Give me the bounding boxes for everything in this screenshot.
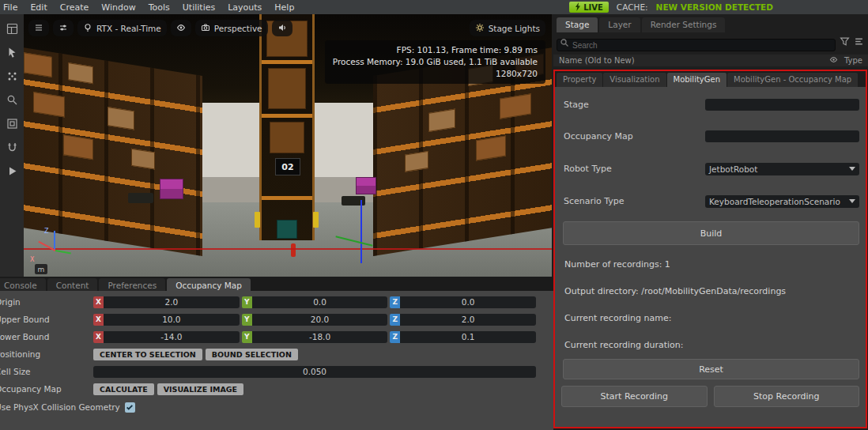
- play-icon[interactable]: [6, 164, 18, 177]
- tab-mobilitygen[interactable]: MobilityGen: [667, 73, 727, 87]
- calculate-button[interactable]: CALCULATE: [93, 383, 154, 395]
- search-input[interactable]: [557, 39, 836, 51]
- menu-file[interactable]: File: [0, 2, 24, 13]
- tab-render-settings[interactable]: Render Settings: [642, 17, 726, 32]
- lower-z-field[interactable]: 0.1: [400, 331, 536, 343]
- hamburger-icon: [34, 23, 43, 34]
- viewport-stats-overlay: FPS: 101.13, Frame time: 9.89 ms Process…: [325, 40, 545, 84]
- tab-preferences[interactable]: Preferences: [99, 278, 165, 291]
- menu-help[interactable]: Help: [268, 2, 300, 13]
- tab-layer[interactable]: Layer: [599, 17, 640, 32]
- build-button[interactable]: Build: [563, 221, 859, 245]
- tab-content[interactable]: Content: [47, 278, 98, 291]
- lower-y-field[interactable]: -18.0: [252, 331, 388, 343]
- y-axis-badge: Y: [242, 314, 252, 326]
- visibility-column-eye-icon[interactable]: [829, 55, 838, 66]
- viewport-settings-button[interactable]: [53, 20, 74, 36]
- crate: [500, 93, 531, 119]
- crate: [108, 107, 134, 130]
- bulb-icon: [83, 23, 92, 34]
- menu-tools[interactable]: Tools: [142, 2, 176, 13]
- select-cursor-icon[interactable]: [6, 46, 18, 58]
- scenario-type-row: Scenario Type KeyboardTeleoperationScena…: [564, 194, 859, 208]
- center-to-selection-button[interactable]: CENTER TO SELECTION: [93, 349, 202, 360]
- viewport-3d[interactable]: 02 Z X m: [24, 14, 552, 277]
- origin-y-field[interactable]: 0.0: [252, 296, 388, 308]
- menu-window[interactable]: Window: [95, 2, 142, 13]
- upper-x-field[interactable]: 10.0: [104, 314, 240, 326]
- name-column-header[interactable]: Name (Old to New): [559, 56, 823, 65]
- move-dots-icon[interactable]: [6, 70, 18, 82]
- current-recording-duration-text: Current recording duration:: [564, 340, 683, 350]
- cell-size-field[interactable]: 0.050: [93, 366, 536, 378]
- crate: [476, 135, 506, 160]
- x-axis-badge: X: [93, 314, 104, 326]
- reset-button[interactable]: Reset: [563, 359, 859, 379]
- stage-field-input[interactable]: [705, 99, 859, 111]
- gizmo-z-axis: [54, 231, 55, 250]
- positioning-label: Positioning: [0, 349, 93, 359]
- rack-beam: [262, 196, 312, 200]
- stage-lights-button[interactable]: Stage Lights: [470, 20, 545, 36]
- bound-selection-button[interactable]: BOUND SELECTION: [206, 349, 298, 360]
- occupancy-map-field-input[interactable]: [705, 130, 859, 142]
- physx-row: Use PhysX Collision Geometry: [0, 401, 536, 413]
- fps-stat: FPS: 101.13, Frame time: 9.89 ms: [333, 44, 538, 56]
- frame-icon[interactable]: [6, 117, 18, 130]
- list-options-icon[interactable]: [854, 35, 864, 50]
- type-column-header[interactable]: Type: [844, 56, 862, 65]
- viewport-menu-button[interactable]: [28, 20, 49, 36]
- stop-recording-button[interactable]: Stop Recording: [714, 386, 860, 407]
- unit-indicator[interactable]: m: [35, 264, 47, 274]
- visibility-button[interactable]: [171, 20, 191, 36]
- camera-dropdown[interactable]: Perspective: [195, 20, 268, 36]
- audio-button[interactable]: [272, 20, 292, 36]
- menu-utilities[interactable]: Utilities: [176, 2, 221, 13]
- gizmo-x-label: X: [30, 256, 34, 263]
- bottom-panel-tabs: Console Content Preferences Occupancy Ma…: [0, 277, 553, 291]
- filter-funnel-icon[interactable]: [840, 35, 850, 50]
- tab-stage[interactable]: Stage: [557, 17, 598, 32]
- visualize-image-button[interactable]: VISUALIZE IMAGE: [157, 383, 243, 395]
- menu-edit[interactable]: Edit: [24, 2, 53, 13]
- right-panel: Stage Layer Render Settings Name (Old to…: [553, 14, 868, 430]
- tab-property[interactable]: Property: [557, 73, 602, 87]
- snap-icon[interactable]: [6, 141, 18, 153]
- lower-x-field[interactable]: -14.0: [104, 331, 240, 343]
- zoom-icon[interactable]: [6, 93, 18, 106]
- robot-type-dropdown[interactable]: JetbotRobot: [705, 163, 859, 175]
- tab-console[interactable]: Console: [0, 278, 46, 291]
- start-recording-button[interactable]: Start Recording: [561, 386, 708, 407]
- renderer-dropdown[interactable]: RTX - Real-Time: [77, 20, 167, 36]
- physx-checkbox[interactable]: [125, 402, 135, 413]
- gizmo-y-axis: [55, 250, 71, 254]
- tab-occupancy-map[interactable]: Occupancy Map: [167, 278, 251, 291]
- crate: [405, 151, 428, 172]
- upper-z-field[interactable]: 2.0: [400, 314, 536, 326]
- layout-icon[interactable]: [6, 22, 18, 35]
- stage-search-row: [557, 36, 864, 49]
- y-axis-badge: Y: [242, 331, 252, 343]
- menu-create[interactable]: Create: [54, 2, 96, 13]
- live-button[interactable]: LIVE: [569, 2, 609, 13]
- origin-row: Origin X 2.0 Y 0.0 Z 0.0: [0, 296, 536, 308]
- occupancy-map-field-label: Occupancy Map: [564, 131, 633, 141]
- menu-layouts[interactable]: Layouts: [221, 2, 268, 13]
- occupancy-map-panel: Origin X 2.0 Y 0.0 Z 0.0 Upper Bound X 1…: [0, 291, 553, 430]
- scenario-type-dropdown[interactable]: KeyboardTeleoperationScenario: [705, 195, 859, 208]
- upper-y-field[interactable]: 20.0: [252, 314, 388, 326]
- yellow-guard-post: [255, 212, 260, 228]
- tab-visualization[interactable]: Visualization: [603, 73, 666, 87]
- current-recording-name-text: Current recording name:: [564, 313, 671, 323]
- origin-z-field[interactable]: 0.0: [400, 296, 536, 308]
- origin-x-field[interactable]: 2.0: [104, 296, 240, 308]
- crate: [131, 149, 155, 170]
- rack-beam: [262, 60, 312, 64]
- isaac-sim-window: File Edit Create Window Tools Utilities …: [0, 0, 868, 430]
- robot-type-label: Robot Type: [564, 164, 612, 174]
- version-notice[interactable]: NEW VERSION DETECTED: [656, 2, 773, 12]
- origin-label: Origin: [0, 297, 93, 307]
- tab-mobilitygen-occupancy-map[interactable]: MobilityGen - Occupancy Map: [727, 73, 858, 87]
- z-axis-line: [360, 200, 362, 263]
- lower-bound-row: Lower Bound X -14.0 Y -18.0 Z 0.1: [0, 330, 536, 343]
